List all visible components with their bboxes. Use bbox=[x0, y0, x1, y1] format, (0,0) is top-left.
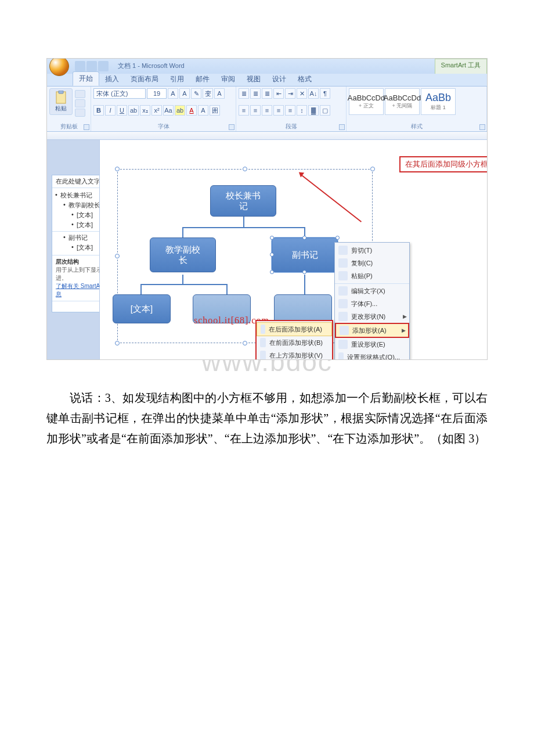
node-root[interactable]: 校长兼书 记 bbox=[210, 185, 276, 217]
clipboard-icon bbox=[55, 91, 67, 105]
resize-handle[interactable] bbox=[243, 341, 247, 345]
connector bbox=[226, 284, 228, 294]
connector bbox=[182, 227, 305, 228]
instruction-paragraph: 说话：3、如发现结构图中的小方框不够用，如想添加一个后勤副校长框，可以右键单击副… bbox=[46, 388, 488, 449]
multilevel-icon[interactable]: ≣ bbox=[262, 88, 272, 99]
text-pane-title: 在此处键入文字 bbox=[56, 177, 100, 186]
shading-icon[interactable]: ▓ bbox=[308, 105, 319, 116]
enclose-char-icon[interactable]: A bbox=[214, 88, 225, 99]
font-name-dropdown[interactable]: 宋体 (正文) bbox=[93, 88, 146, 99]
highlight-icon[interactable]: ab bbox=[175, 105, 185, 116]
style-no-spacing[interactable]: AaBbCcDd + 无间隔 bbox=[385, 88, 420, 115]
tab-view[interactable]: 视图 bbox=[241, 73, 266, 86]
paste-button[interactable]: 粘贴 bbox=[49, 88, 73, 115]
resize-handle[interactable] bbox=[115, 254, 120, 258]
document-area: 在此处键入文字 × 校长兼书记 教学副校长 [文本] [文本] 副书记 [文本] bbox=[47, 132, 487, 359]
copy-icon[interactable] bbox=[75, 99, 85, 107]
resize-handle[interactable] bbox=[302, 236, 306, 240]
node-child[interactable]: [文本] bbox=[113, 294, 171, 323]
style-normal[interactable]: AaBbCcDd + 正文 bbox=[349, 88, 384, 115]
resize-handle[interactable] bbox=[270, 270, 274, 274]
submenu-add-after[interactable]: 在后面添加形状(A) bbox=[257, 322, 332, 336]
save-icon[interactable] bbox=[75, 61, 85, 71]
dialog-launcher-icon[interactable] bbox=[339, 124, 345, 130]
align-right-icon[interactable]: ≡ bbox=[262, 105, 272, 116]
group-paragraph: ≣ ≣ ≣ ⇤ ⇥ ✕ A↓ ¶ ≡ ≡ ≡ ≡ ≡ ↕ ▓ ▢ bbox=[236, 87, 347, 131]
ruler bbox=[47, 132, 487, 140]
clear-format-icon[interactable]: ✎ bbox=[191, 88, 201, 99]
format-painter-icon[interactable] bbox=[75, 109, 85, 117]
align-justify-icon[interactable]: ≡ bbox=[273, 105, 284, 116]
menu-cut[interactable]: 剪切(T) bbox=[335, 244, 409, 257]
menu-add-shape[interactable]: 添加形状(A)▶ bbox=[335, 323, 409, 338]
numbering-icon[interactable]: ≣ bbox=[250, 88, 261, 99]
submenu-add-before[interactable]: 在前面添加形状(B) bbox=[257, 336, 332, 349]
menu-reset-shape[interactable]: 重设形状(E) bbox=[335, 338, 409, 351]
tab-page-layout[interactable]: 页面布局 bbox=[125, 73, 164, 86]
line-spacing-icon[interactable]: ↕ bbox=[297, 105, 307, 116]
tab-review[interactable]: 审阅 bbox=[215, 73, 241, 86]
tab-home[interactable]: 开始 bbox=[73, 71, 99, 86]
align-center-icon[interactable]: ≡ bbox=[250, 105, 261, 116]
node-right-selected[interactable]: 副书记 bbox=[272, 237, 338, 272]
menu-change-shape[interactable]: 更改形状(N)▶ bbox=[335, 310, 409, 323]
resize-handle[interactable] bbox=[243, 167, 247, 171]
menu-edit-text[interactable]: 编辑文字(X) bbox=[335, 283, 409, 297]
char-shading-icon[interactable]: A bbox=[198, 105, 208, 116]
asian-layout-icon[interactable]: ✕ bbox=[297, 88, 307, 99]
menu-format-shape[interactable]: 设置形状格式(O)... bbox=[335, 351, 409, 360]
resize-handle[interactable] bbox=[270, 236, 274, 240]
superscript-icon[interactable]: x² bbox=[151, 105, 162, 116]
char-border-icon[interactable]: 囲 bbox=[210, 105, 220, 116]
menu-copy[interactable]: 复制(C) bbox=[335, 257, 409, 269]
redo-icon[interactable] bbox=[98, 61, 109, 71]
tab-design[interactable]: 设计 bbox=[266, 73, 292, 86]
undo-icon[interactable] bbox=[86, 61, 97, 71]
group-styles: AaBbCcDd + 正文 AaBbCcDd + 无间隔 AaBb 标题 1 样… bbox=[347, 87, 487, 131]
italic-button[interactable]: I bbox=[105, 105, 116, 116]
style-heading1[interactable]: AaBb 标题 1 bbox=[421, 88, 456, 115]
align-dist-icon[interactable]: ≡ bbox=[285, 105, 295, 116]
paste-icon bbox=[338, 271, 348, 280]
node-left[interactable]: 教学副校 长 bbox=[150, 237, 216, 272]
borders-icon[interactable]: ▢ bbox=[320, 105, 330, 116]
align-left-icon[interactable]: ≡ bbox=[239, 105, 249, 116]
cut-icon[interactable] bbox=[75, 90, 85, 98]
dialog-launcher-icon[interactable] bbox=[229, 124, 234, 130]
resize-handle[interactable] bbox=[370, 167, 375, 171]
node-child[interactable] bbox=[274, 294, 332, 323]
bullets-icon[interactable]: ≣ bbox=[239, 88, 249, 99]
submenu-add-above[interactable]: 在上方添加形状(V) bbox=[257, 349, 332, 360]
change-case-icon[interactable]: Aa bbox=[163, 105, 174, 116]
grow-font-icon[interactable]: A bbox=[168, 88, 178, 99]
indent-dec-icon[interactable]: ⇤ bbox=[273, 88, 284, 99]
page-canvas: 在其后面添加同级小方框 bbox=[99, 140, 487, 359]
resize-handle[interactable] bbox=[115, 167, 120, 171]
bold-button[interactable]: B bbox=[93, 105, 104, 116]
indent-inc-icon[interactable]: ⇥ bbox=[285, 88, 295, 99]
sort-icon[interactable]: A↓ bbox=[308, 88, 319, 99]
format-shape-icon bbox=[338, 352, 344, 360]
menu-paste[interactable]: 粘贴(P) bbox=[335, 269, 409, 282]
menu-font[interactable]: 字体(F)... bbox=[335, 297, 409, 310]
subscript-icon[interactable]: x₂ bbox=[140, 105, 150, 116]
tab-references[interactable]: 引用 bbox=[164, 73, 190, 86]
resize-handle[interactable] bbox=[335, 236, 340, 240]
group-label: 段落 bbox=[239, 122, 344, 131]
resize-handle[interactable] bbox=[115, 341, 120, 345]
resize-handle[interactable] bbox=[270, 253, 274, 257]
dialog-launcher-icon[interactable] bbox=[84, 124, 89, 130]
shrink-font-icon[interactable]: A bbox=[179, 88, 190, 99]
show-marks-icon[interactable]: ¶ bbox=[320, 88, 330, 99]
phonetic-icon[interactable]: 变 bbox=[203, 88, 213, 99]
underline-button[interactable]: U bbox=[117, 105, 127, 116]
font-color-icon[interactable]: A bbox=[186, 105, 197, 116]
dialog-launcher-icon[interactable] bbox=[479, 124, 485, 130]
resize-handle[interactable] bbox=[302, 270, 306, 274]
tab-insert[interactable]: 插入 bbox=[99, 73, 125, 86]
strike-icon[interactable]: ab bbox=[128, 105, 139, 116]
svg-rect-1 bbox=[59, 91, 63, 93]
tab-format[interactable]: 格式 bbox=[292, 73, 317, 86]
tab-mailings[interactable]: 邮件 bbox=[190, 73, 215, 86]
font-size-dropdown[interactable]: 19 bbox=[147, 88, 167, 99]
